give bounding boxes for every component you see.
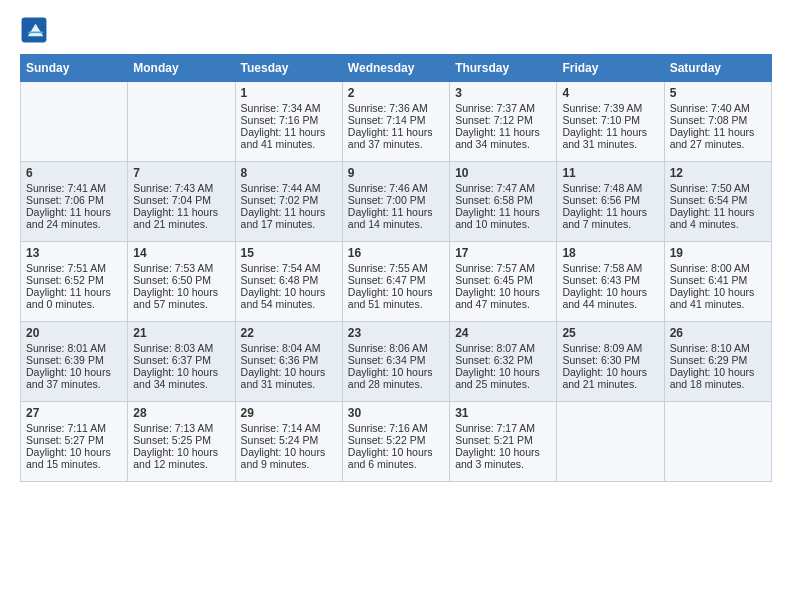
sunset-text: Sunset: 7:06 PM — [26, 194, 122, 206]
sunrise-text: Sunrise: 8:03 AM — [133, 342, 229, 354]
daylight-text: Daylight: 10 hours and 25 minutes. — [455, 366, 551, 390]
sunset-text: Sunset: 6:58 PM — [455, 194, 551, 206]
day-number: 19 — [670, 246, 766, 260]
sunset-text: Sunset: 5:21 PM — [455, 434, 551, 446]
week-row-2: 6Sunrise: 7:41 AMSunset: 7:06 PMDaylight… — [21, 162, 772, 242]
sunrise-text: Sunrise: 7:55 AM — [348, 262, 444, 274]
day-number: 6 — [26, 166, 122, 180]
sunset-text: Sunset: 7:08 PM — [670, 114, 766, 126]
day-number: 26 — [670, 326, 766, 340]
day-number: 23 — [348, 326, 444, 340]
calendar-cell: 8Sunrise: 7:44 AMSunset: 7:02 PMDaylight… — [235, 162, 342, 242]
sunrise-text: Sunrise: 7:50 AM — [670, 182, 766, 194]
daylight-text: Daylight: 11 hours and 27 minutes. — [670, 126, 766, 150]
sunrise-text: Sunrise: 7:17 AM — [455, 422, 551, 434]
calendar-cell: 4Sunrise: 7:39 AMSunset: 7:10 PMDaylight… — [557, 82, 664, 162]
calendar-cell: 18Sunrise: 7:58 AMSunset: 6:43 PMDayligh… — [557, 242, 664, 322]
sunset-text: Sunset: 5:25 PM — [133, 434, 229, 446]
sunrise-text: Sunrise: 7:40 AM — [670, 102, 766, 114]
sunset-text: Sunset: 5:27 PM — [26, 434, 122, 446]
sunrise-text: Sunrise: 7:53 AM — [133, 262, 229, 274]
daylight-text: Daylight: 11 hours and 0 minutes. — [26, 286, 122, 310]
daylight-text: Daylight: 10 hours and 34 minutes. — [133, 366, 229, 390]
daylight-text: Daylight: 11 hours and 41 minutes. — [241, 126, 337, 150]
day-number: 10 — [455, 166, 551, 180]
daylight-text: Daylight: 11 hours and 34 minutes. — [455, 126, 551, 150]
calendar-cell: 27Sunrise: 7:11 AMSunset: 5:27 PMDayligh… — [21, 402, 128, 482]
calendar-cell: 11Sunrise: 7:48 AMSunset: 6:56 PMDayligh… — [557, 162, 664, 242]
sunset-text: Sunset: 7:14 PM — [348, 114, 444, 126]
calendar-cell: 16Sunrise: 7:55 AMSunset: 6:47 PMDayligh… — [342, 242, 449, 322]
day-number: 29 — [241, 406, 337, 420]
week-row-5: 27Sunrise: 7:11 AMSunset: 5:27 PMDayligh… — [21, 402, 772, 482]
calendar-cell: 22Sunrise: 8:04 AMSunset: 6:36 PMDayligh… — [235, 322, 342, 402]
daylight-text: Daylight: 11 hours and 37 minutes. — [348, 126, 444, 150]
day-number: 27 — [26, 406, 122, 420]
sunrise-text: Sunrise: 8:00 AM — [670, 262, 766, 274]
sunrise-text: Sunrise: 7:13 AM — [133, 422, 229, 434]
sunrise-text: Sunrise: 7:47 AM — [455, 182, 551, 194]
weekday-header-thursday: Thursday — [450, 55, 557, 82]
calendar-cell: 2Sunrise: 7:36 AMSunset: 7:14 PMDaylight… — [342, 82, 449, 162]
day-number: 4 — [562, 86, 658, 100]
day-number: 18 — [562, 246, 658, 260]
sunset-text: Sunset: 5:24 PM — [241, 434, 337, 446]
day-number: 20 — [26, 326, 122, 340]
calendar-cell: 28Sunrise: 7:13 AMSunset: 5:25 PMDayligh… — [128, 402, 235, 482]
weekday-header-row: SundayMondayTuesdayWednesdayThursdayFrid… — [21, 55, 772, 82]
sunset-text: Sunset: 5:22 PM — [348, 434, 444, 446]
sunrise-text: Sunrise: 8:07 AM — [455, 342, 551, 354]
sunrise-text: Sunrise: 7:58 AM — [562, 262, 658, 274]
day-number: 31 — [455, 406, 551, 420]
day-number: 5 — [670, 86, 766, 100]
daylight-text: Daylight: 10 hours and 9 minutes. — [241, 446, 337, 470]
daylight-text: Daylight: 10 hours and 28 minutes. — [348, 366, 444, 390]
sunset-text: Sunset: 6:36 PM — [241, 354, 337, 366]
sunset-text: Sunset: 6:34 PM — [348, 354, 444, 366]
daylight-text: Daylight: 10 hours and 31 minutes. — [241, 366, 337, 390]
sunrise-text: Sunrise: 7:16 AM — [348, 422, 444, 434]
day-number: 16 — [348, 246, 444, 260]
calendar-cell: 6Sunrise: 7:41 AMSunset: 7:06 PMDaylight… — [21, 162, 128, 242]
day-number: 17 — [455, 246, 551, 260]
sunset-text: Sunset: 6:32 PM — [455, 354, 551, 366]
calendar-cell: 5Sunrise: 7:40 AMSunset: 7:08 PMDaylight… — [664, 82, 771, 162]
sunset-text: Sunset: 6:48 PM — [241, 274, 337, 286]
day-number: 11 — [562, 166, 658, 180]
day-number: 21 — [133, 326, 229, 340]
calendar-cell: 3Sunrise: 7:37 AMSunset: 7:12 PMDaylight… — [450, 82, 557, 162]
sunset-text: Sunset: 6:50 PM — [133, 274, 229, 286]
day-number: 28 — [133, 406, 229, 420]
calendar-cell: 24Sunrise: 8:07 AMSunset: 6:32 PMDayligh… — [450, 322, 557, 402]
week-row-4: 20Sunrise: 8:01 AMSunset: 6:39 PMDayligh… — [21, 322, 772, 402]
sunrise-text: Sunrise: 8:09 AM — [562, 342, 658, 354]
day-number: 30 — [348, 406, 444, 420]
sunset-text: Sunset: 6:30 PM — [562, 354, 658, 366]
sunset-text: Sunset: 6:52 PM — [26, 274, 122, 286]
daylight-text: Daylight: 10 hours and 44 minutes. — [562, 286, 658, 310]
weekday-header-saturday: Saturday — [664, 55, 771, 82]
sunrise-text: Sunrise: 7:14 AM — [241, 422, 337, 434]
day-number: 9 — [348, 166, 444, 180]
sunset-text: Sunset: 6:56 PM — [562, 194, 658, 206]
sunrise-text: Sunrise: 7:43 AM — [133, 182, 229, 194]
day-number: 13 — [26, 246, 122, 260]
calendar-cell: 19Sunrise: 8:00 AMSunset: 6:41 PMDayligh… — [664, 242, 771, 322]
svg-rect-2 — [28, 32, 44, 34]
sunrise-text: Sunrise: 7:51 AM — [26, 262, 122, 274]
sunset-text: Sunset: 7:12 PM — [455, 114, 551, 126]
day-number: 7 — [133, 166, 229, 180]
calendar-cell: 1Sunrise: 7:34 AMSunset: 7:16 PMDaylight… — [235, 82, 342, 162]
daylight-text: Daylight: 10 hours and 18 minutes. — [670, 366, 766, 390]
day-number: 14 — [133, 246, 229, 260]
sunset-text: Sunset: 6:37 PM — [133, 354, 229, 366]
daylight-text: Daylight: 10 hours and 54 minutes. — [241, 286, 337, 310]
daylight-text: Daylight: 10 hours and 21 minutes. — [562, 366, 658, 390]
daylight-text: Daylight: 11 hours and 7 minutes. — [562, 206, 658, 230]
day-number: 8 — [241, 166, 337, 180]
sunset-text: Sunset: 7:04 PM — [133, 194, 229, 206]
daylight-text: Daylight: 10 hours and 3 minutes. — [455, 446, 551, 470]
daylight-text: Daylight: 11 hours and 14 minutes. — [348, 206, 444, 230]
logo-icon — [20, 16, 48, 44]
sunset-text: Sunset: 6:54 PM — [670, 194, 766, 206]
